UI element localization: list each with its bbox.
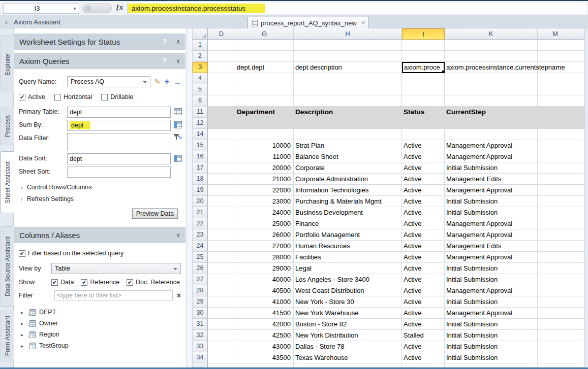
- cell[interactable]: 25000: [235, 218, 294, 229]
- cell[interactable]: [208, 207, 235, 218]
- cell[interactable]: [208, 129, 235, 140]
- cell[interactable]: Balance Sheet: [294, 151, 402, 162]
- column-header-m[interactable]: M: [538, 28, 573, 40]
- cell[interactable]: Dallas - Store 78: [294, 341, 402, 352]
- cell[interactable]: [573, 241, 584, 252]
- query-name-dropdown[interactable]: Process AQ: [67, 76, 150, 87]
- column-header-i[interactable]: I: [402, 28, 445, 40]
- row-header[interactable]: 20: [193, 196, 208, 207]
- cell[interactable]: [538, 252, 573, 263]
- cell[interactable]: West Coast Distribution: [294, 285, 402, 296]
- cell[interactable]: 40500: [235, 285, 294, 296]
- cell[interactable]: [573, 263, 584, 274]
- cell[interactable]: [294, 95, 402, 107]
- row-header[interactable]: 14: [193, 129, 208, 140]
- cell[interactable]: Active: [402, 341, 445, 352]
- cell[interactable]: [573, 185, 584, 196]
- cell[interactable]: [538, 40, 573, 51]
- section-axiom-queries[interactable]: Axiom Queries ? ∨: [14, 53, 185, 69]
- cell[interactable]: [294, 129, 402, 140]
- cell[interactable]: Active: [402, 274, 445, 285]
- row-header[interactable]: 29: [193, 296, 208, 308]
- row-header[interactable]: 18: [193, 174, 208, 185]
- flag-checkbox-drillable[interactable]: Drillable: [101, 93, 133, 100]
- sidebar-tab-data-source-assistant[interactable]: Data Source Assistant: [1, 226, 14, 307]
- cell[interactable]: [208, 252, 235, 263]
- tree-item-region[interactable]: ▸→Region: [21, 329, 186, 340]
- tree-expander-icon[interactable]: ▸: [21, 310, 27, 315]
- tree-item-testgroup[interactable]: ▸→TestGroup: [21, 340, 186, 351]
- flag-checkbox-active[interactable]: ✔Active: [19, 93, 45, 100]
- flag-checkbox-horizontal[interactable]: Horizontal: [54, 93, 92, 100]
- row-header[interactable]: 11: [193, 107, 208, 118]
- cell[interactable]: [573, 151, 584, 162]
- cell[interactable]: [538, 140, 573, 151]
- checkbox[interactable]: ✔: [81, 279, 87, 286]
- field-input[interactable]: dept: [67, 153, 171, 164]
- sidebar-tab-sheet-assistant[interactable]: Sheet Assistant: [1, 151, 14, 213]
- cell[interactable]: [573, 62, 584, 73]
- row-header[interactable]: 34: [193, 352, 208, 363]
- cell[interactable]: [573, 252, 584, 263]
- cell[interactable]: [208, 140, 235, 151]
- cell[interactable]: [208, 196, 235, 207]
- checkbox[interactable]: ✔: [127, 279, 133, 286]
- selected-cell[interactable]: axiom.proce: [402, 62, 445, 73]
- row-header[interactable]: 31: [193, 319, 208, 330]
- cell[interactable]: [538, 241, 573, 252]
- cell[interactable]: [573, 296, 584, 308]
- cell[interactable]: [445, 40, 538, 51]
- cell[interactable]: Management Approval: [445, 151, 538, 162]
- cell[interactable]: [294, 363, 402, 367]
- cell[interactable]: [538, 51, 573, 62]
- cell[interactable]: Management Approval: [445, 218, 538, 229]
- cell[interactable]: [208, 352, 235, 363]
- row-header[interactable]: 12: [193, 118, 208, 129]
- row-header[interactable]: 21: [193, 207, 208, 218]
- cell[interactable]: [445, 73, 538, 84]
- cell[interactable]: Human Resources: [294, 241, 402, 252]
- cell[interactable]: [208, 363, 235, 367]
- cell[interactable]: Business Development: [294, 207, 402, 218]
- cell[interactable]: [538, 263, 573, 274]
- cell[interactable]: [208, 174, 235, 185]
- cell[interactable]: [573, 330, 584, 341]
- cell[interactable]: [538, 118, 573, 129]
- help-icon[interactable]: ?: [163, 57, 167, 65]
- collapsed-control[interactable]: [82, 4, 112, 13]
- cell[interactable]: [445, 51, 538, 62]
- cell[interactable]: [445, 84, 538, 95]
- clear-filter-icon[interactable]: ×: [177, 291, 181, 299]
- row-header[interactable]: 26: [193, 263, 208, 274]
- cell[interactable]: [445, 129, 538, 140]
- cell[interactable]: [208, 40, 235, 51]
- cell[interactable]: [208, 296, 235, 308]
- cell[interactable]: [294, 118, 402, 129]
- cell[interactable]: Management Approval: [445, 229, 538, 241]
- cell[interactable]: Information Technologies: [294, 185, 402, 196]
- cell[interactable]: [402, 40, 445, 51]
- edit-query-icon[interactable]: ✎: [154, 78, 161, 86]
- cell[interactable]: [573, 274, 584, 285]
- cell[interactable]: [573, 84, 584, 95]
- close-tab-icon[interactable]: ×: [362, 19, 365, 26]
- row-header[interactable]: 25: [193, 252, 208, 263]
- field-input[interactable]: [67, 133, 170, 151]
- row-header[interactable]: 3: [193, 62, 208, 73]
- cell[interactable]: 11000: [235, 151, 294, 162]
- cell[interactable]: 40000: [235, 274, 294, 285]
- row-header[interactable]: 1: [193, 40, 208, 51]
- cell[interactable]: Initial Submission: [445, 162, 538, 174]
- cell[interactable]: [573, 95, 584, 107]
- cell[interactable]: [538, 296, 573, 308]
- cell[interactable]: 27000: [235, 241, 294, 252]
- cell[interactable]: 43000: [235, 341, 294, 352]
- cell[interactable]: [294, 73, 402, 84]
- cell[interactable]: [573, 73, 584, 84]
- checkbox[interactable]: [101, 94, 108, 100]
- cell[interactable]: [573, 341, 584, 352]
- cell[interactable]: [208, 330, 235, 341]
- cell[interactable]: [208, 62, 235, 73]
- cell[interactable]: 41000: [235, 296, 294, 308]
- cell[interactable]: [573, 174, 584, 185]
